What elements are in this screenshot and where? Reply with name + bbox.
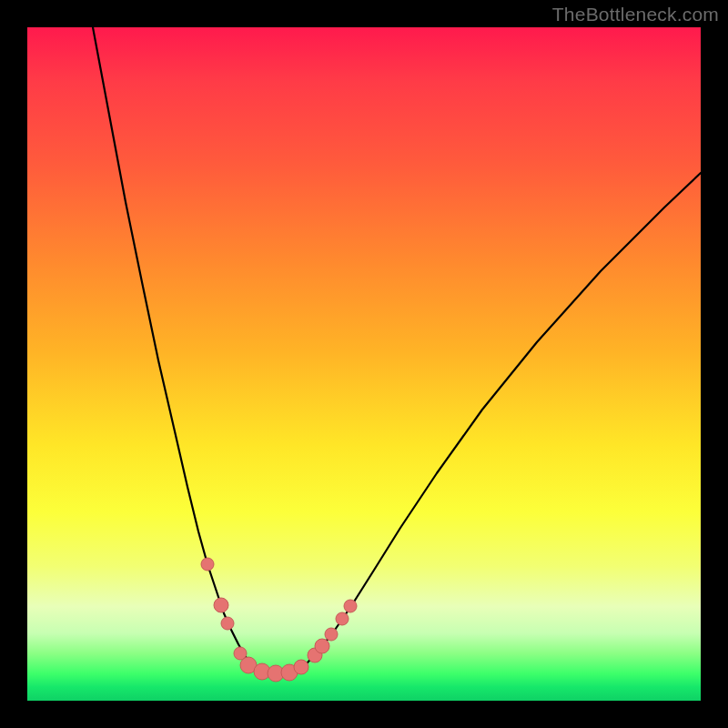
plot-area [27,27,701,701]
data-point [336,612,349,625]
data-point [201,558,214,571]
watermark-text: TheBottleneck.com [552,4,719,25]
curve-data-points [201,558,357,682]
bottleneck-curve [93,27,701,673]
chart-frame: TheBottleneck.com [0,0,728,728]
data-point [221,617,234,630]
data-point [325,628,338,641]
data-point [315,639,329,653]
data-point [294,660,308,674]
data-point [214,598,228,612]
data-point [344,600,357,612]
curve-layer [27,27,701,701]
